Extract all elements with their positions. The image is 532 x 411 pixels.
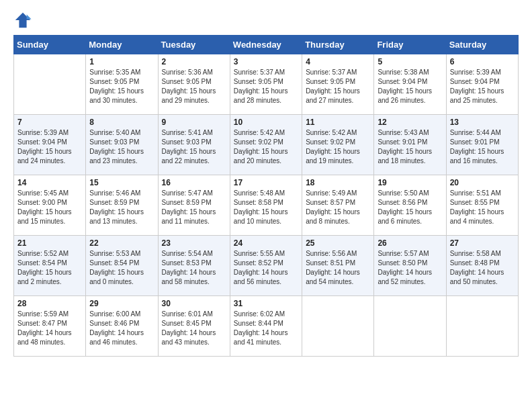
- weekday-header-friday: Friday: [374, 36, 446, 54]
- calendar-cell: 31Sunrise: 6:02 AM Sunset: 8:44 PM Dayli…: [230, 296, 302, 357]
- calendar-cell: 1Sunrise: 5:35 AM Sunset: 9:05 PM Daylig…: [86, 54, 158, 115]
- day-info: Sunrise: 5:40 AM Sunset: 9:03 PM Dayligh…: [89, 128, 154, 166]
- day-info: Sunrise: 5:59 AM Sunset: 8:47 PM Dayligh…: [17, 310, 82, 347]
- day-number: 31: [234, 299, 298, 308]
- day-info: Sunrise: 5:45 AM Sunset: 9:00 PM Dayligh…: [17, 189, 82, 226]
- calendar-cell: 25Sunrise: 5:56 AM Sunset: 8:51 PM Dayli…: [302, 236, 374, 296]
- logo: [13, 11, 35, 30]
- day-number: 26: [378, 238, 442, 248]
- day-info: Sunrise: 5:39 AM Sunset: 9:04 PM Dayligh…: [450, 68, 515, 105]
- day-number: 25: [306, 238, 370, 248]
- calendar-cell: 9Sunrise: 5:41 AM Sunset: 9:03 PM Daylig…: [158, 115, 230, 175]
- day-info: Sunrise: 5:55 AM Sunset: 8:52 PM Dayligh…: [234, 249, 298, 287]
- calendar-cell: 13Sunrise: 5:44 AM Sunset: 9:01 PM Dayli…: [446, 115, 518, 175]
- calendar-cell: [14, 54, 86, 115]
- calendar-cell: [446, 296, 518, 357]
- day-number: 6: [450, 57, 515, 66]
- day-number: 11: [306, 118, 370, 127]
- day-number: 27: [450, 238, 515, 248]
- day-info: Sunrise: 5:35 AM Sunset: 9:05 PM Dayligh…: [89, 68, 154, 105]
- calendar-week-1: 1Sunrise: 5:35 AM Sunset: 9:05 PM Daylig…: [14, 54, 519, 115]
- calendar-cell: 26Sunrise: 5:57 AM Sunset: 8:50 PM Dayli…: [374, 236, 446, 296]
- day-number: 15: [89, 178, 154, 187]
- calendar-cell: 18Sunrise: 5:49 AM Sunset: 8:57 PM Dayli…: [302, 175, 374, 236]
- calendar-cell: 5Sunrise: 5:38 AM Sunset: 9:04 PM Daylig…: [374, 54, 446, 115]
- day-info: Sunrise: 5:38 AM Sunset: 9:04 PM Dayligh…: [378, 68, 442, 105]
- day-info: Sunrise: 6:01 AM Sunset: 8:45 PM Dayligh…: [162, 310, 226, 347]
- day-info: Sunrise: 5:47 AM Sunset: 8:59 PM Dayligh…: [162, 189, 226, 226]
- calendar-week-5: 28Sunrise: 5:59 AM Sunset: 8:47 PM Dayli…: [14, 296, 519, 357]
- weekday-header-tuesday: Tuesday: [158, 36, 230, 54]
- page-header: [13, 11, 519, 30]
- day-number: 3: [234, 57, 298, 66]
- calendar-cell: 21Sunrise: 5:52 AM Sunset: 8:54 PM Dayli…: [14, 236, 86, 296]
- day-number: 18: [306, 178, 370, 187]
- day-number: 8: [89, 118, 154, 127]
- day-info: Sunrise: 5:53 AM Sunset: 8:54 PM Dayligh…: [89, 249, 154, 287]
- svg-marker-1: [27, 15, 32, 19]
- calendar-cell: 16Sunrise: 5:47 AM Sunset: 8:59 PM Dayli…: [158, 175, 230, 236]
- day-info: Sunrise: 5:54 AM Sunset: 8:53 PM Dayligh…: [162, 249, 226, 287]
- calendar-cell: 24Sunrise: 5:55 AM Sunset: 8:52 PM Dayli…: [230, 236, 302, 296]
- day-number: 29: [89, 299, 154, 308]
- day-info: Sunrise: 5:46 AM Sunset: 8:59 PM Dayligh…: [89, 189, 154, 226]
- calendar-cell: [302, 296, 374, 357]
- day-info: Sunrise: 5:49 AM Sunset: 8:57 PM Dayligh…: [306, 189, 370, 226]
- day-number: 28: [17, 299, 82, 308]
- calendar-cell: 22Sunrise: 5:53 AM Sunset: 8:54 PM Dayli…: [86, 236, 158, 296]
- calendar-cell: 15Sunrise: 5:46 AM Sunset: 8:59 PM Dayli…: [86, 175, 158, 236]
- day-info: Sunrise: 5:42 AM Sunset: 9:02 PM Dayligh…: [234, 128, 298, 166]
- day-number: 20: [450, 178, 515, 187]
- day-number: 24: [234, 238, 298, 248]
- day-number: 10: [234, 118, 298, 127]
- weekday-header-thursday: Thursday: [302, 36, 374, 54]
- calendar-header-row: SundayMondayTuesdayWednesdayThursdayFrid…: [14, 36, 519, 54]
- calendar-table: SundayMondayTuesdayWednesdayThursdayFrid…: [13, 35, 519, 357]
- calendar-cell: 6Sunrise: 5:39 AM Sunset: 9:04 PM Daylig…: [446, 54, 518, 115]
- calendar-cell: 10Sunrise: 5:42 AM Sunset: 9:02 PM Dayli…: [230, 115, 302, 175]
- day-number: 23: [162, 238, 226, 248]
- day-number: 30: [162, 299, 226, 308]
- calendar-cell: 28Sunrise: 5:59 AM Sunset: 8:47 PM Dayli…: [14, 296, 86, 357]
- calendar-cell: 4Sunrise: 5:37 AM Sunset: 9:05 PM Daylig…: [302, 54, 374, 115]
- day-number: 2: [162, 57, 226, 66]
- day-info: Sunrise: 5:43 AM Sunset: 9:01 PM Dayligh…: [378, 128, 442, 166]
- day-info: Sunrise: 5:36 AM Sunset: 9:05 PM Dayligh…: [162, 68, 226, 105]
- day-number: 22: [89, 238, 154, 248]
- day-info: Sunrise: 5:57 AM Sunset: 8:50 PM Dayligh…: [378, 249, 442, 287]
- weekday-header-wednesday: Wednesday: [230, 36, 302, 54]
- calendar-cell: 30Sunrise: 6:01 AM Sunset: 8:45 PM Dayli…: [158, 296, 230, 357]
- calendar-cell: 8Sunrise: 5:40 AM Sunset: 9:03 PM Daylig…: [86, 115, 158, 175]
- day-number: 4: [306, 57, 370, 66]
- day-number: 21: [17, 238, 82, 248]
- day-number: 7: [17, 118, 82, 127]
- day-info: Sunrise: 5:41 AM Sunset: 9:03 PM Dayligh…: [162, 128, 226, 166]
- calendar-cell: 20Sunrise: 5:51 AM Sunset: 8:55 PM Dayli…: [446, 175, 518, 236]
- weekday-header-monday: Monday: [86, 36, 158, 54]
- day-number: 19: [378, 178, 442, 187]
- day-info: Sunrise: 5:44 AM Sunset: 9:01 PM Dayligh…: [450, 128, 515, 166]
- day-number: 16: [162, 178, 226, 187]
- day-info: Sunrise: 6:00 AM Sunset: 8:46 PM Dayligh…: [89, 310, 154, 347]
- day-info: Sunrise: 5:52 AM Sunset: 8:54 PM Dayligh…: [17, 249, 82, 287]
- day-number: 13: [450, 118, 515, 127]
- day-info: Sunrise: 5:37 AM Sunset: 9:05 PM Dayligh…: [306, 68, 370, 105]
- calendar-cell: 12Sunrise: 5:43 AM Sunset: 9:01 PM Dayli…: [374, 115, 446, 175]
- day-info: Sunrise: 5:56 AM Sunset: 8:51 PM Dayligh…: [306, 249, 370, 287]
- day-number: 9: [162, 118, 226, 127]
- weekday-header-saturday: Saturday: [446, 36, 518, 54]
- calendar-cell: 17Sunrise: 5:48 AM Sunset: 8:58 PM Dayli…: [230, 175, 302, 236]
- day-info: Sunrise: 5:51 AM Sunset: 8:55 PM Dayligh…: [450, 189, 515, 226]
- day-info: Sunrise: 5:37 AM Sunset: 9:05 PM Dayligh…: [234, 68, 298, 105]
- calendar-week-3: 14Sunrise: 5:45 AM Sunset: 9:00 PM Dayli…: [14, 175, 519, 236]
- day-info: Sunrise: 5:48 AM Sunset: 8:58 PM Dayligh…: [234, 189, 298, 226]
- calendar-cell: 14Sunrise: 5:45 AM Sunset: 9:00 PM Dayli…: [14, 175, 86, 236]
- day-number: 5: [378, 57, 442, 66]
- day-number: 14: [17, 178, 82, 187]
- day-info: Sunrise: 5:50 AM Sunset: 8:56 PM Dayligh…: [378, 189, 442, 226]
- day-number: 12: [378, 118, 442, 127]
- day-info: Sunrise: 5:58 AM Sunset: 8:48 PM Dayligh…: [450, 249, 515, 287]
- logo-icon: [13, 11, 32, 30]
- calendar-cell: 19Sunrise: 5:50 AM Sunset: 8:56 PM Dayli…: [374, 175, 446, 236]
- calendar-cell: 2Sunrise: 5:36 AM Sunset: 9:05 PM Daylig…: [158, 54, 230, 115]
